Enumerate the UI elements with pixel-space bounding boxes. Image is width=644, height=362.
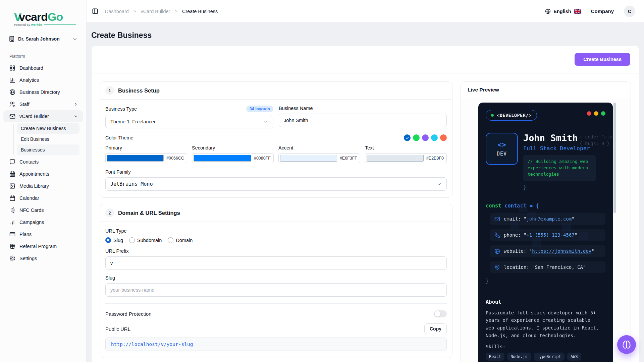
image-icon: [9, 183, 15, 189]
url-prefix-label: URL Prefix: [105, 248, 447, 254]
sidebar-toggle-icon[interactable]: [92, 8, 98, 14]
developer-badge-text: <DEVELOPER/>: [497, 113, 532, 118]
radio-domain[interactable]: Domain: [168, 237, 193, 243]
chevron-down-icon: [263, 119, 268, 124]
radio-subdomain[interactable]: Subdomain: [129, 237, 162, 243]
gear-icon: [9, 255, 15, 261]
font-family-label: Font Family: [105, 169, 447, 175]
users-icon: [9, 101, 15, 107]
skill-chip: Node.js: [507, 353, 531, 361]
sidebar-item-settings[interactable]: Settings: [3, 252, 83, 264]
business-name-input[interactable]: [279, 114, 447, 127]
radio-button[interactable]: [105, 237, 111, 243]
sidebar-item-analytics[interactable]: Analytics: [3, 74, 83, 86]
sidebar-item-calendar[interactable]: Calendar: [3, 192, 83, 204]
preview-scrollbar[interactable]: [613, 103, 616, 362]
about-text: Passionate full-stack developer with 5+ …: [486, 309, 600, 340]
contact-row-website: website: "https://johnsmith.dev": [490, 245, 605, 257]
language-selector[interactable]: English: [545, 8, 581, 14]
sidebar-item-campaigns[interactable]: Campaigns: [3, 216, 83, 228]
vcard-preview: <DEVELOPER/> <>: [478, 103, 613, 362]
section-business-setup: 1 Business Setup Business Type 34 layout…: [100, 81, 452, 198]
password-protection-toggle[interactable]: [434, 310, 447, 317]
breadcrumb-dashboard[interactable]: Dashboard: [105, 9, 129, 14]
palette-dot-orange[interactable]: [440, 134, 447, 141]
business-name-field: Business Name: [279, 106, 447, 128]
sidebar-item-appointments[interactable]: Appointments: [3, 168, 83, 180]
palette-dot-blue[interactable]: [404, 134, 411, 141]
breadcrumb-current: Create Business: [182, 9, 218, 14]
live-preview-title: Live Preview: [468, 87, 499, 93]
preview-name: John Smith: [523, 133, 605, 143]
credit-card-icon: [9, 231, 15, 237]
window-dot-red: [587, 111, 591, 116]
radio-slug[interactable]: Slug: [105, 237, 123, 243]
divider: [105, 303, 447, 304]
text-color-swatch[interactable]: [367, 155, 424, 162]
copy-button[interactable]: Copy: [424, 323, 447, 334]
sidebar-subitem-businesses[interactable]: Businesses: [17, 144, 79, 155]
step-number: 1: [105, 86, 114, 95]
preview-column: Live Preview: [461, 81, 631, 362]
bar-chart-icon: [9, 219, 15, 225]
mail-icon: [494, 216, 500, 222]
nfc-icon: [9, 207, 15, 213]
sidebar-subitem-edit-business[interactable]: Edit Business: [17, 134, 79, 144]
chat-icon: [9, 159, 15, 165]
topbar: Dashboard > vCard Builder > Create Busin…: [87, 0, 644, 23]
sidebar-item-contacts[interactable]: Contacts: [3, 156, 83, 168]
globe-icon: [494, 248, 500, 254]
sidebar-item-plans[interactable]: Plans: [3, 228, 83, 240]
check-icon: [406, 136, 409, 140]
url-prefix-input[interactable]: [105, 256, 447, 270]
sidebar-item-vcard-builder[interactable]: vCard Builder: [3, 110, 83, 122]
window-dots: [587, 110, 605, 116]
map-pin-icon: [494, 264, 500, 270]
globe-icon: [9, 89, 15, 95]
accent-color-swatch[interactable]: [280, 155, 337, 162]
ai-assistant-button[interactable]: [617, 335, 636, 354]
radio-button[interactable]: [129, 237, 135, 243]
section-domain-url: 2 Domain & URL Settings URL Type Slug Su…: [100, 204, 452, 358]
slug-label: Slug: [105, 275, 447, 281]
uk-flag-icon: [574, 9, 581, 14]
slug-input[interactable]: [105, 283, 447, 297]
radio-button[interactable]: [168, 237, 173, 243]
sidebar-item-business-directory[interactable]: Business Directory: [3, 86, 83, 98]
secondary-color-swatch[interactable]: [194, 155, 251, 162]
business-type-label: Business Type: [105, 106, 137, 112]
section-title: Business Setup: [118, 87, 160, 94]
sidebar-item-nfc-cards[interactable]: NFC Cards: [3, 204, 83, 216]
vcard-builder-subnav: Create New Business Edit Business Busine…: [13, 123, 79, 155]
primary-color-field: Primary #0066CC: [105, 145, 187, 163]
brand-logo[interactable]: vvcardGo Powered By Workdo: [0, 0, 86, 26]
contact-block-open: const contact = {: [486, 203, 605, 209]
sidebar-item-referral-program[interactable]: Referral Program: [3, 240, 83, 252]
user-avatar[interactable]: C: [624, 6, 635, 17]
chevron-down-icon: [73, 114, 78, 119]
platform-section-label: Platform: [9, 54, 86, 59]
palette-dot-purple[interactable]: [422, 134, 429, 141]
sidebar-item-media-library[interactable]: Media Library: [3, 180, 83, 192]
palette-dot-cyan[interactable]: [431, 134, 438, 141]
company-menu[interactable]: Company: [591, 8, 614, 14]
grid-icon: [9, 65, 15, 71]
sidebar-item-dashboard[interactable]: Dashboard: [3, 62, 83, 74]
phone-link[interactable]: +1 (555) 123-4567: [526, 232, 574, 238]
breadcrumb: Dashboard > vCard Builder > Create Busin…: [105, 9, 218, 14]
chevron-down-icon: [72, 37, 77, 42]
contact-row-phone: phone: "+1 (555) 123-4567": [490, 229, 605, 241]
palette-dot-green[interactable]: [413, 134, 420, 141]
breadcrumb-vcard-builder[interactable]: vCard Builder: [141, 9, 170, 14]
workspace-selector[interactable]: Dr. Sarah Johnson: [5, 33, 82, 45]
preview-role: Full Stack Developer: [523, 145, 605, 152]
window-dot-green: [601, 111, 605, 116]
primary-color-swatch[interactable]: [107, 155, 164, 162]
sidebar-item-staff[interactable]: Staff: [3, 98, 83, 110]
business-type-select[interactable]: Theme 1: Freelancer: [105, 115, 273, 128]
sidebar-subitem-create-new-business[interactable]: Create New Business: [17, 123, 79, 134]
website-link[interactable]: https://johnsmith.dev: [532, 248, 591, 254]
font-family-select[interactable]: JetBrains Mono: [105, 177, 447, 191]
code-symbol: <>: [497, 141, 506, 149]
create-business-button[interactable]: Create Business: [575, 53, 630, 66]
